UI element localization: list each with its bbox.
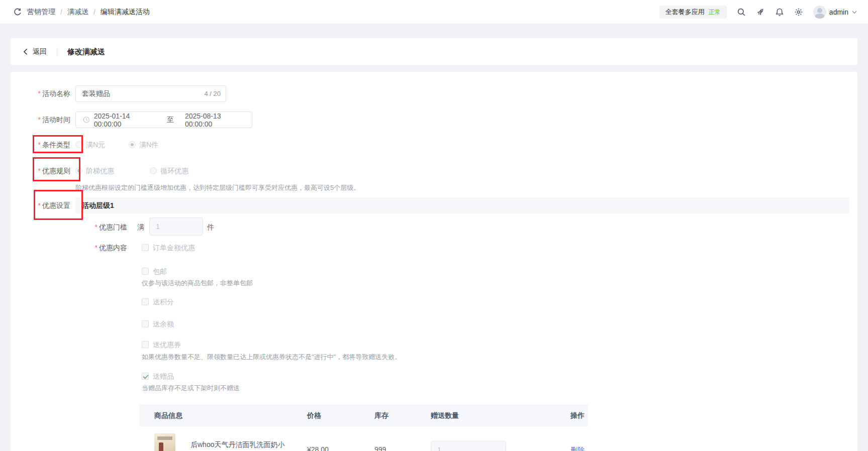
radio-label-cyclic-discount: 循环优惠 [160, 167, 188, 176]
col-header-price: 价格 [307, 404, 321, 426]
table-row: 后whoo天气丹洁面乳洗面奶小 ¥28.00 999 删除 [139, 426, 588, 451]
required-mark: * [38, 89, 41, 97]
range-separator: 至 [167, 116, 174, 125]
checkbox-label-order-amount-discount: 订单金额优惠 [153, 244, 195, 253]
breadcrumb-item-full-reduction[interactable]: 满减送 [67, 8, 88, 17]
threshold-prefix: 满 [137, 223, 144, 232]
end-date[interactable]: 2025-08-13 00:00:00 [185, 112, 245, 128]
checkbox-free-shipping [142, 268, 149, 275]
thumbnail-label-decor [157, 436, 172, 440]
required-mark: * [95, 244, 98, 252]
user-menu[interactable]: admin [813, 6, 857, 19]
breadcrumb-separator: / [93, 8, 95, 16]
checkbox-give-coupon [142, 341, 149, 348]
required-mark: * [95, 223, 98, 231]
checkbox-label-give-gift: 送赠品 [153, 372, 174, 381]
search-icon[interactable] [737, 8, 746, 17]
username: admin [829, 8, 848, 16]
annotation-box-condition-type [33, 135, 83, 153]
col-header-stock: 库存 [374, 404, 389, 426]
bell-icon[interactable] [775, 8, 784, 17]
discount-rule-hint: 阶梯优惠根据设定的门槛逐级增加优惠，达到特定层级门槛即可享受对应优惠，最高可设5… [75, 183, 360, 192]
checkbox-give-points [142, 298, 149, 305]
product-name: 后whoo天气丹洁面乳洗面奶小 [190, 440, 321, 449]
col-header-action: 操作 [570, 404, 585, 426]
chevron-down-icon [851, 9, 857, 15]
char-counter: 4 / 20 [204, 86, 221, 101]
col-header-qty: 赠送数量 [431, 404, 459, 426]
gift-table: 商品信息 价格 库存 赠送数量 操作 后whoo天气丹洁面乳洗面奶小 ¥28.0… [139, 404, 588, 451]
screen: 营销管理 / 满减送 / 编辑满减送活动 全套餐多应用 正常 [0, 0, 868, 451]
avatar [813, 6, 826, 19]
page-header-card: 返回 修改满减送 [11, 38, 857, 65]
checkbox-give-gift [142, 373, 149, 380]
field-label-discount-content: *优惠内容 [11, 244, 127, 253]
back-chevron-icon [23, 48, 29, 55]
gear-icon[interactable] [794, 8, 803, 17]
back-button[interactable]: 返回 [23, 47, 47, 56]
header-divider [57, 48, 57, 56]
checkbox-label-give-coupon: 送优惠券 [153, 341, 181, 350]
checkbox-label-give-balance: 送余额 [153, 320, 174, 329]
activity-name-field: 4 / 20 [75, 85, 226, 102]
breadcrumb-item-current: 编辑满减送活动 [101, 8, 150, 17]
rocket-icon[interactable] [756, 8, 765, 17]
checkbox-label-free-shipping: 包邮 [153, 267, 167, 276]
annotation-box-discount-rule [33, 157, 80, 181]
back-label: 返回 [33, 47, 47, 56]
required-mark: * [38, 116, 41, 124]
threshold-unit: 件 [207, 223, 214, 232]
product-price: ¥28.00 [307, 445, 329, 451]
product-stock: 999 [374, 445, 386, 451]
gift-qty-input [431, 441, 506, 451]
radio-cyclic-discount [150, 167, 157, 174]
checkbox-label-give-points: 送积分 [153, 298, 174, 307]
threshold-input [149, 217, 203, 236]
date-range-picker[interactable]: 2025-01-14 00:00:00 至 2025-08-13 00:00:0… [75, 111, 252, 128]
tier-title: 活动层级1 [75, 197, 849, 213]
annotation-box-discount-setting [34, 190, 83, 220]
checkbox-order-amount-discount [142, 244, 149, 251]
checkbox-give-balance [142, 320, 149, 327]
give-gift-hint: 当赠品库存不足或下架时则不赠送 [142, 384, 240, 393]
top-bar: 营销管理 / 满减送 / 编辑满减送活动 全套餐多应用 正常 [0, 0, 868, 24]
form-card: *活动名称 4 / 20 *活动时间 2025-01-14 00:00:00 至… [11, 72, 857, 451]
breadcrumb-separator: / [60, 8, 62, 16]
thumbnail-bottle-decor [159, 442, 163, 451]
col-header-product: 商品信息 [154, 404, 182, 426]
start-date[interactable]: 2025-01-14 00:00:00 [94, 112, 154, 128]
refresh-icon[interactable] [13, 8, 22, 17]
free-shipping-hint: 仅参与该活动的商品包邮，非整单包邮 [142, 279, 253, 288]
radio-label-full-n-pieces: 满N件 [139, 141, 158, 150]
field-label-threshold: *优惠门槛 [11, 223, 127, 232]
field-label-activity-time: *活动时间 [11, 116, 70, 125]
product-thumbnail [154, 433, 175, 451]
gift-table-header: 商品信息 价格 库存 赠送数量 操作 [139, 404, 588, 426]
radio-label-tiered-discount: 阶梯优惠 [86, 167, 114, 176]
tier-band: 活动层级1 [75, 197, 849, 213]
app-status-badge: 正常 [709, 8, 721, 17]
breadcrumb-item-marketing[interactable]: 营销管理 [27, 8, 55, 17]
field-label-activity-name: *活动名称 [11, 89, 70, 98]
app-switcher-badge[interactable]: 全套餐多应用 正常 [659, 6, 727, 19]
activity-name-input[interactable] [76, 86, 226, 101]
give-coupon-hint: 如果优惠券数量不足、限领数量已达上限或优惠券状态不是"进行中"，都将导致赠送失败… [142, 353, 401, 362]
delete-link[interactable]: 删除 [570, 446, 585, 451]
radio-full-n-pieces [129, 141, 136, 148]
app-name: 全套餐多应用 [665, 8, 705, 17]
page-title: 修改满减送 [67, 47, 105, 57]
radio-label-full-n-yuan: 满N元 [86, 141, 105, 150]
clock-icon [83, 116, 90, 124]
